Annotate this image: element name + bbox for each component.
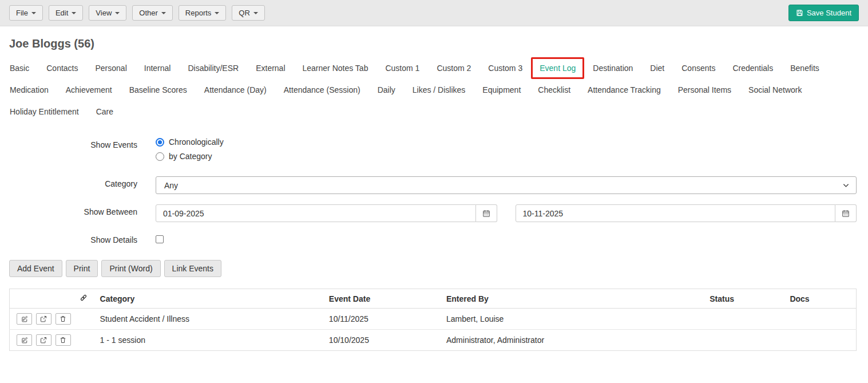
link-column-header	[10, 289, 96, 309]
tab-disability-esr[interactable]: Disability/ESR	[179, 57, 247, 79]
show-details-checkbox[interactable]	[156, 235, 164, 243]
date-from-input[interactable]	[156, 204, 476, 222]
status-cell	[705, 330, 785, 351]
radio-by-category-label: by Category	[169, 152, 212, 161]
date-to-group	[516, 204, 857, 222]
date-to-input[interactable]	[516, 204, 836, 222]
show-events-row: Show Events Chronologically by Category	[0, 137, 868, 166]
add-event-button[interactable]: Add Event	[9, 260, 62, 277]
event-date-cell: 10/11/2025	[324, 309, 442, 330]
radio-selected-icon	[156, 138, 164, 147]
tab-contacts[interactable]: Contacts	[38, 57, 86, 79]
reports-menu-button[interactable]: Reports	[179, 5, 227, 21]
tab-baseline-scores[interactable]: Baseline Scores	[121, 79, 196, 101]
table-header-row: Category Event Date Entered By Status Do…	[10, 289, 857, 309]
tab-destination[interactable]: Destination	[584, 57, 641, 79]
tab-benefits[interactable]: Benefits	[782, 57, 828, 79]
event-date-column-header: Event Date	[324, 289, 442, 309]
date-to-calendar-button[interactable]	[835, 204, 857, 222]
file-menu-button[interactable]: File	[9, 5, 43, 21]
open-event-button[interactable]	[36, 334, 51, 346]
trash-icon	[60, 315, 66, 322]
save-student-button[interactable]: Save Student	[788, 5, 859, 21]
tab-attendance-session[interactable]: Attendance (Session)	[275, 79, 369, 101]
tab-achievement[interactable]: Achievement	[57, 79, 121, 101]
status-column-header: Status	[705, 289, 785, 309]
event-actions-row: Add Event Print Print (Word) Link Events	[9, 260, 859, 277]
save-student-label: Save Student	[807, 9, 851, 17]
show-details-label: Show Details	[0, 232, 137, 245]
event-category-cell: 1 - 1 session	[96, 330, 324, 351]
tab-row-3: Holiday Entitlement Care	[0, 101, 868, 123]
date-from-group	[156, 204, 497, 222]
other-menu-button[interactable]: Other	[132, 5, 173, 21]
docs-column-header: Docs	[785, 289, 856, 309]
tab-custom-3[interactable]: Custom 3	[479, 57, 531, 79]
show-events-options: Chronologically by Category	[156, 137, 857, 166]
tab-custom-2[interactable]: Custom 2	[428, 57, 479, 79]
delete-event-button[interactable]	[56, 334, 71, 346]
pencil-square-icon	[21, 337, 28, 343]
print-word-button[interactable]: Print (Word)	[101, 260, 160, 277]
calendar-icon	[842, 210, 850, 218]
tab-internal[interactable]: Internal	[136, 57, 180, 79]
docs-cell	[785, 309, 856, 330]
print-button[interactable]: Print	[66, 260, 98, 277]
caret-down-icon	[253, 12, 258, 14]
view-menu-button[interactable]: View	[89, 5, 126, 21]
category-column-header: Category	[96, 289, 324, 309]
tab-custom-1[interactable]: Custom 1	[376, 57, 428, 79]
tab-medication[interactable]: Medication	[1, 79, 57, 101]
tab-diet[interactable]: Diet	[641, 57, 673, 79]
qr-menu-label: QR	[239, 9, 250, 17]
show-between-label: Show Between	[0, 204, 137, 222]
event-log-filters: Show Events Chronologically by Category …	[0, 137, 868, 245]
tab-event-log[interactable]: Event Log	[531, 57, 584, 79]
floppy-disk-icon	[796, 9, 803, 17]
tab-row-2: Medication Achievement Baseline Scores A…	[0, 79, 868, 101]
show-between-row: Show Between	[0, 204, 868, 222]
category-selected-value: Any	[164, 181, 178, 190]
tab-checklist[interactable]: Checklist	[529, 79, 579, 101]
tab-learner-notes-tab[interactable]: Learner Notes Tab	[294, 57, 377, 79]
tab-holiday-entitlement[interactable]: Holiday Entitlement	[1, 101, 88, 123]
chevron-down-icon	[843, 183, 849, 188]
qr-menu-button[interactable]: QR	[232, 5, 265, 21]
open-event-button[interactable]	[36, 313, 51, 325]
date-from-calendar-button[interactable]	[476, 204, 497, 222]
tab-credentials[interactable]: Credentials	[724, 57, 782, 79]
tab-likes-dislikes[interactable]: Likes / Dislikes	[404, 79, 474, 101]
edit-event-button[interactable]	[17, 313, 32, 325]
file-menu-label: File	[16, 9, 28, 17]
link-events-button[interactable]: Link Events	[164, 260, 221, 277]
tab-social-network[interactable]: Social Network	[740, 79, 810, 101]
view-menu-label: View	[96, 9, 112, 17]
category-label: Category	[0, 176, 137, 194]
pencil-square-icon	[21, 315, 28, 322]
category-select[interactable]: Any	[156, 176, 857, 194]
tab-equipment[interactable]: Equipment	[474, 79, 529, 101]
entered-by-column-header: Entered By	[442, 289, 705, 309]
tab-attendance-tracking[interactable]: Attendance Tracking	[579, 79, 669, 101]
external-link-icon	[40, 337, 47, 343]
edit-event-button[interactable]	[17, 334, 32, 346]
page-title: Joe Bloggs (56)	[9, 37, 859, 50]
tab-consents[interactable]: Consents	[673, 57, 724, 79]
table-row: 1 - 1 session 10/10/2025 Administrator, …	[10, 330, 857, 351]
tab-attendance-day[interactable]: Attendance (Day)	[196, 79, 275, 101]
radio-chronologically[interactable]: Chronologically	[156, 137, 857, 147]
tab-external[interactable]: External	[247, 57, 294, 79]
edit-menu-button[interactable]: Edit	[49, 5, 83, 21]
radio-chronologically-label: Chronologically	[169, 137, 224, 147]
toolbar: File Edit View Other Reports QR	[0, 0, 868, 26]
tab-basic[interactable]: Basic	[1, 57, 38, 79]
other-menu-label: Other	[139, 9, 158, 17]
caret-down-icon	[31, 12, 36, 14]
tab-care[interactable]: Care	[88, 101, 122, 123]
delete-event-button[interactable]	[56, 313, 71, 325]
radio-by-category[interactable]: by Category	[156, 152, 857, 161]
tab-personal[interactable]: Personal	[86, 57, 135, 79]
tab-personal-items[interactable]: Personal Items	[669, 79, 740, 101]
entered-by-cell: Lambert, Louise	[442, 309, 705, 330]
tab-daily[interactable]: Daily	[369, 79, 404, 101]
